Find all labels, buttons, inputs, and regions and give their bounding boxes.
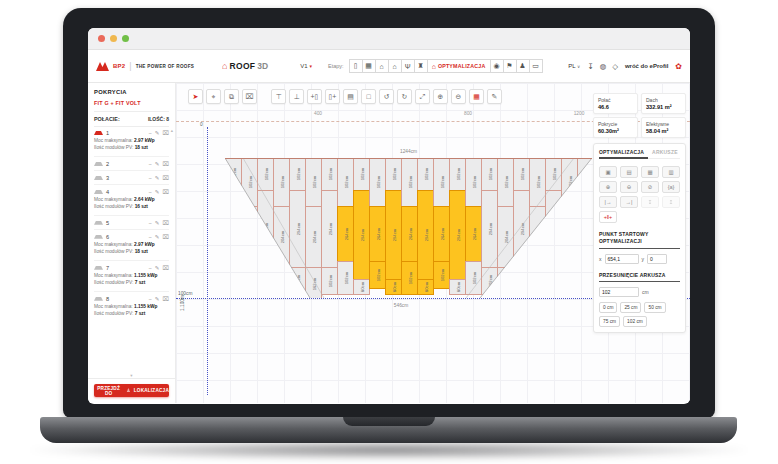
- sheet-stage-button[interactable]: ▯: [349, 59, 363, 73]
- roof-sheet[interactable]: 102cm: [225, 157, 242, 191]
- minimize-window-button[interactable]: [110, 35, 117, 42]
- pv-module-sheet[interactable]: 80cm: [385, 279, 402, 295]
- pv-module-sheet[interactable]: 264cm: [337, 206, 354, 262]
- offset-chip-25cm[interactable]: 25 cm: [620, 302, 641, 313]
- roof-sheet[interactable]: 80cm: [449, 279, 466, 295]
- roof-sheet[interactable]: 294cm: [289, 190, 306, 268]
- chimney-stage-button[interactable]: ♜: [414, 59, 428, 73]
- sheet-column[interactable]: 102cm204cm162cm: [305, 158, 322, 301]
- sheet-column[interactable]: 102cm294cm102cm: [481, 158, 498, 295]
- delete-icon[interactable]: ⌧: [163, 189, 169, 195]
- roof-sheet[interactable]: 294cm: [321, 190, 338, 268]
- roof-sheet[interactable]: 294cm: [481, 190, 498, 268]
- align-bottom-tool-button[interactable]: ⊥: [289, 89, 304, 104]
- roof-sheet[interactable]: 102cm: [449, 157, 466, 191]
- roof-surface-row[interactable]: 7−✎⌧: [88, 262, 175, 273]
- sheet-column[interactable]: 102cm294cm: [257, 158, 274, 268]
- sheet-column[interactable]: 102cm204cm: [561, 158, 578, 268]
- y-input[interactable]: 0: [647, 254, 667, 264]
- edit-icon[interactable]: ✎: [155, 220, 160, 226]
- insert-right-tool-button[interactable]: ▯+: [325, 89, 340, 104]
- duplicate-tool-button[interactable]: ⧉: [224, 89, 239, 104]
- hide-icon[interactable]: −: [149, 296, 152, 302]
- roof-surface-row[interactable]: 3−✎⌧: [88, 172, 175, 183]
- edit-icon[interactable]: ✎: [155, 234, 160, 240]
- roof-sheet[interactable]: 102cm: [497, 157, 514, 207]
- roof-surface-row[interactable]: 6−✎⌧: [88, 231, 175, 242]
- roof-sheet[interactable]: 102cm: [465, 261, 482, 295]
- pv-module-sheet[interactable]: 264cm: [433, 206, 450, 262]
- antenna-stage-button[interactable]: Ψ: [401, 59, 415, 73]
- hide-icon[interactable]: −: [149, 189, 152, 195]
- roof-surface-row[interactable]: 2−✎⌧: [88, 158, 175, 169]
- roof-surface-row[interactable]: 1−✎⌧: [88, 127, 175, 138]
- flag-stage-button[interactable]: ⚑: [503, 59, 517, 73]
- roof-sheet[interactable]: 102cm: [561, 157, 578, 207]
- sheet-column[interactable]: 102cm294cm: [545, 158, 562, 268]
- tab-arkusze[interactable]: ARKUSZE: [652, 149, 678, 155]
- roof-sheet[interactable]: 102cm: [321, 267, 338, 295]
- zoom-in-tool-button[interactable]: ⊕: [433, 89, 448, 104]
- pv-module-sheet[interactable]: 264cm: [401, 206, 418, 262]
- roof-sheet[interactable]: 102cm: [241, 157, 258, 207]
- pv-module-sheet[interactable]: 294cm: [449, 190, 466, 280]
- pv-module-sheet[interactable]: 294cm: [385, 190, 402, 280]
- version-select[interactable]: V1 ▾: [300, 63, 312, 69]
- zoom-out-tool-button[interactable]: ⊖: [451, 89, 466, 104]
- offset-chip-75cm[interactable]: 75 cm: [599, 316, 620, 327]
- offset-chip-102cm[interactable]: 102 cm: [623, 316, 647, 327]
- hide-icon[interactable]: −: [149, 130, 152, 136]
- sheet-strips[interactable]: 102cm102cm204cm102cm294cm102cm204cm102cm…: [225, 158, 592, 298]
- cycle-button[interactable]: ⊘: [641, 181, 659, 193]
- roof-sheet[interactable]: 162cm: [305, 267, 322, 301]
- pv-module-sheet[interactable]: 102cm: [433, 261, 450, 289]
- delete-icon[interactable]: ⌧: [163, 220, 169, 226]
- offset-chip-50cm[interactable]: 50 cm: [644, 302, 665, 313]
- roof-sheet[interactable]: 102cm: [513, 157, 530, 191]
- roof-sheet[interactable]: 102cm: [273, 157, 290, 207]
- walk-stage-button[interactable]: ♟: [516, 59, 530, 73]
- align-top-tool-button[interactable]: ⊤: [271, 89, 286, 104]
- design-canvas[interactable]: ➤⌖⧉⌧⊤⊥+▯▯+▤□↺↻⤢⊕⊖▦✎ 4008001200 0 100cm 1…: [176, 83, 690, 403]
- sheet-column[interactable]: 102cm294cm102cm: [289, 158, 306, 295]
- roof-sheet[interactable]: 204cm: [305, 206, 322, 268]
- roof-sheet[interactable]: 162cm: [497, 267, 514, 301]
- roof-sheet[interactable]: 102cm: [513, 267, 530, 295]
- roof-sheet[interactable]: 102cm: [353, 157, 370, 191]
- delete-icon[interactable]: ⌧: [163, 265, 169, 271]
- snap-right-button[interactable]: →|: [620, 196, 638, 208]
- sheet-column[interactable]: 102cm294cm80cm: [353, 158, 370, 295]
- roof-sheet[interactable]: 102cm: [577, 157, 594, 191]
- edit-icon[interactable]: ✎: [155, 161, 160, 167]
- roof-sheet[interactable]: 294cm: [513, 190, 530, 268]
- sheet-offset-input[interactable]: 102: [599, 287, 639, 297]
- sheet-column[interactable]: 102cm: [225, 158, 242, 191]
- download-icon[interactable]: ↧: [587, 62, 593, 71]
- maximize-window-button[interactable]: [122, 35, 129, 42]
- globe-icon[interactable]: ◍: [600, 62, 607, 71]
- person-pin-stage-button[interactable]: ◉: [490, 59, 504, 73]
- roof-surface-row[interactable]: 8−✎⌧: [88, 293, 175, 304]
- edit-icon[interactable]: ✎: [155, 189, 160, 195]
- roof-sheet[interactable]: 102cm: [289, 267, 306, 295]
- roof-sheet[interactable]: 204cm: [497, 206, 514, 268]
- distribute-button[interactable]: +‖+: [599, 211, 617, 223]
- roof-sheet[interactable]: 102cm: [337, 261, 354, 295]
- pv-module-sheet[interactable]: 294cm: [353, 190, 370, 280]
- roof-sheet[interactable]: 102cm: [481, 157, 498, 191]
- roof-surfaces-list[interactable]: ▴ 1−✎⌧Moc maksymalna: 2.97 kWpIlość modu…: [88, 127, 175, 373]
- language-select[interactable]: PL ∨: [568, 63, 580, 69]
- covering-type-label[interactable]: FIT G + FIT VOLT: [94, 100, 169, 106]
- roof-surface-drawing[interactable]: 1244cm 102cm102cm204cm102cm294cm102cm204…: [225, 158, 592, 298]
- roof-sheet[interactable]: 204cm: [273, 206, 290, 268]
- delete-tool-button[interactable]: ⌧: [242, 89, 257, 104]
- sheet-column[interactable]: 102cm204cm: [241, 158, 258, 268]
- rotate-right-tool-button[interactable]: ↻: [397, 89, 412, 104]
- scroll-up-icon[interactable]: ▴: [171, 128, 173, 133]
- delete-icon[interactable]: ⌧: [163, 296, 169, 302]
- roof-sheet[interactable]: 102cm: [465, 157, 482, 207]
- roof-sheet[interactable]: 80cm: [353, 279, 370, 295]
- layout-stage-button[interactable]: ▦: [362, 59, 376, 73]
- sheet-column[interactable]: 102cm264cm102cm: [465, 158, 482, 295]
- hide-icon[interactable]: −: [149, 234, 152, 240]
